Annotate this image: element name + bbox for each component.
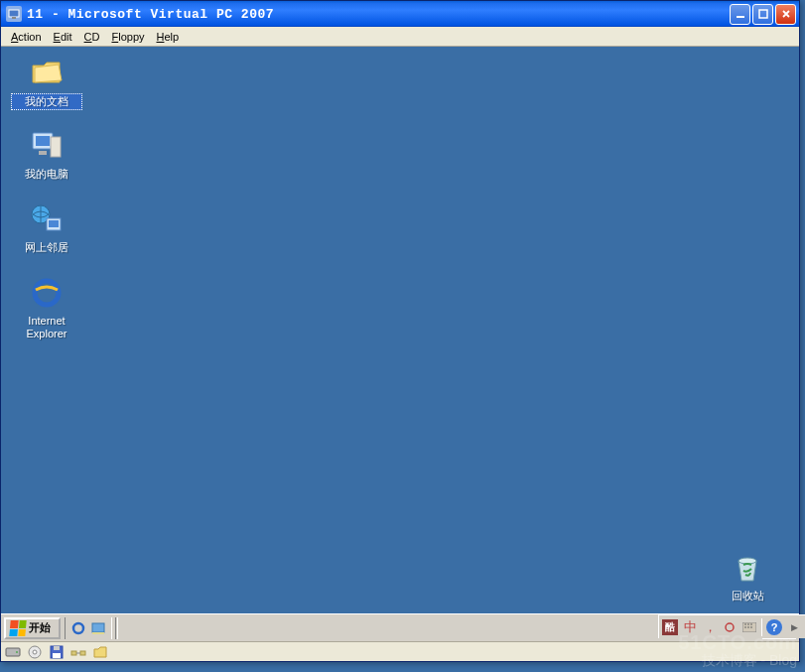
desktop-icon-computer[interactable]: 我的电脑 xyxy=(11,128,82,182)
recycle-bin-icon xyxy=(730,550,765,586)
floppy-icon[interactable] xyxy=(49,644,65,660)
window-control-buttons xyxy=(730,4,796,25)
svg-rect-10 xyxy=(49,220,59,227)
svg-rect-23 xyxy=(71,651,76,655)
desktop-icon-network[interactable]: 网上邻居 xyxy=(11,202,82,255)
vpc-status-toolbar xyxy=(1,641,799,661)
menu-cd[interactable]: CD xyxy=(78,29,106,45)
svg-rect-21 xyxy=(54,646,60,650)
start-button[interactable]: 开始 xyxy=(4,617,61,639)
computer-icon xyxy=(29,128,65,164)
ime-keypad-icon[interactable] xyxy=(741,619,757,635)
menu-edit[interactable]: Edit xyxy=(48,29,78,45)
quick-launch xyxy=(65,617,112,639)
host-taskbar-tray: 酷 中 ， ? ▶ xyxy=(658,614,805,638)
svg-point-13 xyxy=(73,623,83,633)
menu-floppy[interactable]: Floppy xyxy=(105,29,150,45)
svg-rect-14 xyxy=(92,623,104,632)
window-title: 11 - Microsoft Virtual PC 2007 xyxy=(27,7,730,22)
svg-rect-7 xyxy=(39,151,47,155)
svg-rect-15 xyxy=(92,632,104,634)
windows-flag-icon xyxy=(9,620,26,636)
cd-icon[interactable] xyxy=(27,644,43,660)
ime-lang-icon[interactable]: 中 xyxy=(682,619,698,635)
desktop-icon-label: 回收站 xyxy=(712,589,783,604)
svg-rect-24 xyxy=(80,651,85,655)
harddisk-icon[interactable] xyxy=(5,644,21,660)
desktop-icon-label: 我的文档 xyxy=(11,93,82,110)
close-button[interactable] xyxy=(775,4,796,25)
desktop-quicklaunch-icon[interactable] xyxy=(89,619,107,637)
menu-action[interactable]: Action xyxy=(5,29,48,45)
ie-icon xyxy=(29,275,65,311)
virtual-pc-window: 11 - Microsoft Virtual PC 2007 Action Ed… xyxy=(0,0,800,662)
svg-point-17 xyxy=(16,651,18,653)
maximize-button[interactable] xyxy=(752,4,773,25)
desktop-icon-documents[interactable]: 我的文档 xyxy=(11,55,82,110)
svg-rect-6 xyxy=(51,137,61,157)
tray-chevron-icon[interactable]: ▶ xyxy=(786,619,802,635)
tray-divider xyxy=(761,618,762,636)
svg-rect-22 xyxy=(53,653,61,658)
network-icon xyxy=(29,202,65,237)
taskbar-separator xyxy=(115,617,118,639)
desktop-icon-ie[interactable]: InternetExplorer xyxy=(11,275,82,341)
desktop-icon-label: 我的电脑 xyxy=(11,167,82,182)
vpc-app-icon xyxy=(6,6,22,22)
desktop-icon-label: InternetExplorer xyxy=(11,314,82,341)
ie-quicklaunch-icon[interactable] xyxy=(69,619,87,637)
svg-rect-3 xyxy=(759,10,767,18)
svg-point-19 xyxy=(33,650,37,654)
svg-rect-5 xyxy=(36,136,50,146)
ime-icon[interactable]: 酷 xyxy=(662,619,678,635)
network-status-icon[interactable] xyxy=(70,644,86,660)
svg-rect-1 xyxy=(12,17,16,19)
svg-rect-2 xyxy=(737,16,744,18)
svg-point-25 xyxy=(726,623,734,631)
ime-punct-icon[interactable]: ， xyxy=(702,619,718,635)
svg-rect-0 xyxy=(9,10,19,17)
menubar: Action Edit CD Floppy Help xyxy=(1,27,799,47)
ime-shape-icon[interactable] xyxy=(722,619,738,635)
desktop-icon-label: 网上邻居 xyxy=(11,240,82,255)
guest-desktop[interactable]: 我的文档 我的电脑 网上邻居 InternetExplorer 回收站 xyxy=(1,47,799,641)
minimize-button[interactable] xyxy=(730,4,750,25)
menu-help[interactable]: Help xyxy=(151,29,186,45)
svg-point-11 xyxy=(35,281,59,305)
titlebar[interactable]: 11 - Microsoft Virtual PC 2007 xyxy=(1,1,799,27)
folder-icon xyxy=(29,55,65,90)
shared-folder-icon[interactable] xyxy=(92,644,108,660)
help-icon[interactable]: ? xyxy=(766,619,782,635)
desktop-icon-recycle[interactable]: 回收站 xyxy=(712,550,783,604)
start-label: 开始 xyxy=(29,620,51,635)
